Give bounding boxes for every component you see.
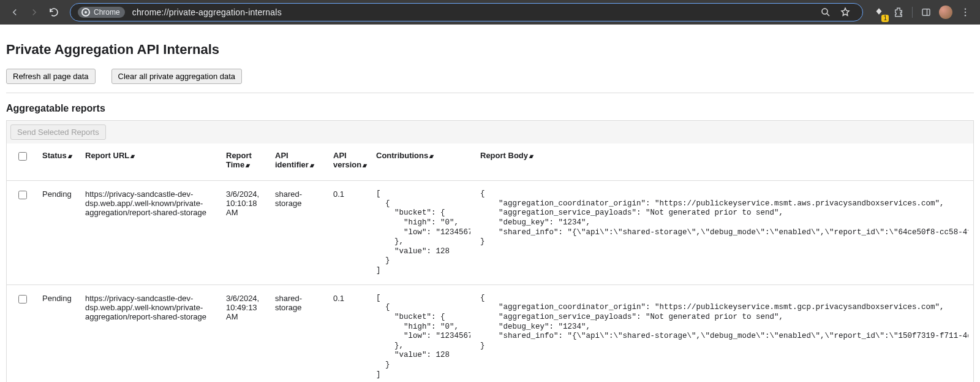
section-title: Aggregatable reports [6,103,974,114]
toolbar-right: 1 [869,4,975,21]
browser-toolbar: Chrome chrome://private-aggregation-inte… [0,0,980,25]
extension-icon[interactable]: 1 [870,4,888,21]
cell-version: 0.1 [328,181,371,285]
bookmark-star-icon[interactable] [837,4,854,21]
cell-api: shared-storage [270,285,328,382]
profile-avatar[interactable] [937,4,954,21]
table-header-row: Status▴▾ Report URL▴▾ Report Time▴▾ API … [7,143,973,181]
cell-contrib: [ { "bucket": { "high": "0", "low": "123… [371,285,475,382]
col-contrib[interactable]: Contributions▴▾ [371,143,475,181]
zoom-icon[interactable] [817,4,834,21]
cell-url: https://privacy-sandcastle-dev-dsp.web.a… [80,181,221,285]
col-version[interactable]: API version▴▾ [328,143,371,181]
divider [6,93,974,93]
select-all-checkbox[interactable] [18,152,27,161]
row-checkbox[interactable] [18,191,27,199]
refresh-button[interactable]: Refresh all page data [6,69,96,84]
puzzle-icon[interactable] [890,4,907,21]
sort-icon: ▴▾ [363,162,365,169]
reports-table: Status▴▾ Report URL▴▾ Report Time▴▾ API … [7,143,973,382]
page-title: Private Aggregation API Internals [6,42,974,58]
address-bar[interactable]: Chrome chrome://private-aggregation-inte… [70,3,863,21]
back-button[interactable] [6,4,23,21]
chrome-icon [81,8,90,17]
table-row: Pendinghttps://privacy-sandcastle-dev-ds… [7,181,973,285]
cell-version: 0.1 [328,285,371,382]
svg-point-5 [965,15,966,16]
chrome-label: Chrome [94,8,120,17]
cell-time: 3/6/2024, 10:49:13 AM [221,285,270,382]
svg-point-4 [965,12,966,13]
side-panel-icon[interactable] [918,4,935,21]
cell-time: 3/6/2024, 10:10:18 AM [221,181,270,285]
table-toolbar: Send Selected Reports [7,120,973,143]
url-text: chrome://private-aggregation-internals [132,7,282,17]
forward-button[interactable] [26,4,43,21]
chrome-badge: Chrome [78,7,125,18]
cell-body: { "aggregation_coordinator_origin": "htt… [475,181,973,285]
sort-icon: ▴▾ [529,153,532,159]
col-api[interactable]: API identifier▴▾ [270,143,328,181]
cell-contrib: [ { "bucket": { "high": "0", "low": "123… [371,181,475,285]
row-checkbox[interactable] [18,295,27,304]
svg-point-3 [965,9,966,10]
page-content: Private Aggregation API Internals Refres… [0,25,980,382]
table-row: Pendinghttps://privacy-sandcastle-dev-ds… [7,285,973,382]
extension-count: 1 [881,15,889,22]
cell-status: Pending [37,181,80,285]
clear-button[interactable]: Clear all private aggregation data [111,69,243,84]
send-reports-button[interactable]: Send Selected Reports [10,124,106,140]
sort-icon: ▴▾ [429,153,432,159]
cell-url: https://privacy-sandcastle-dev-dsp.web.a… [80,285,221,382]
menu-dots-icon[interactable] [957,4,974,21]
col-body[interactable]: Report Body▴▾ [475,143,973,181]
top-buttons: Refresh all page data Clear all private … [6,69,974,84]
sort-icon: ▴▾ [68,153,70,159]
reports-table-wrap: Send Selected Reports Status▴▾ Report UR… [6,120,974,382]
svg-rect-1 [922,9,930,16]
cell-status: Pending [37,285,80,382]
col-time[interactable]: Report Time▴▾ [221,143,270,181]
sort-icon: ▴▾ [130,153,133,159]
cell-body: { "aggregation_coordinator_origin": "htt… [475,285,973,382]
toolbar-divider [912,7,913,18]
reload-button[interactable] [45,4,62,21]
svg-point-0 [822,9,827,14]
col-url[interactable]: Report URL▴▾ [80,143,221,181]
col-status[interactable]: Status▴▾ [37,143,80,181]
sort-icon: ▴▾ [246,162,248,169]
cell-api: shared-storage [270,181,328,285]
sort-icon: ▴▾ [310,162,312,169]
